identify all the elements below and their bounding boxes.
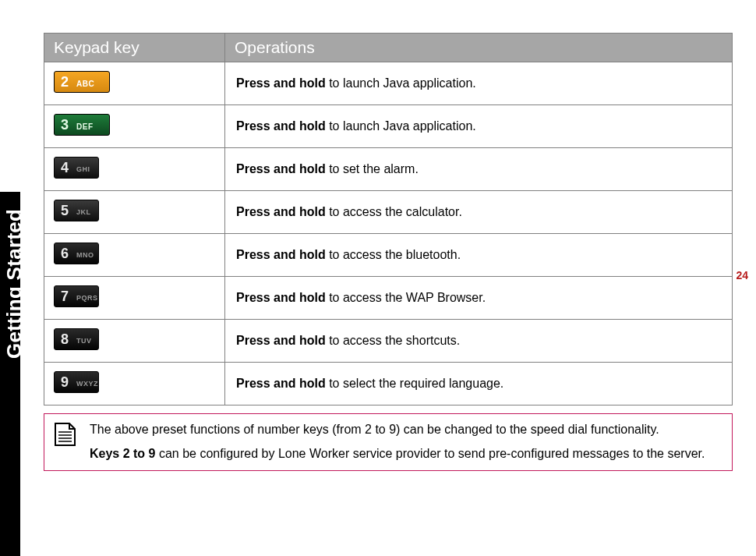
- operation-prefix: Press and hold: [236, 248, 326, 261]
- operation-prefix: Press and hold: [236, 119, 326, 133]
- keypad-key-cell: 6MNO: [44, 234, 225, 277]
- note-icon-cell: [44, 414, 87, 470]
- sidebar-section-label: Getting Started: [2, 209, 26, 359]
- key-letters: PQRS: [76, 294, 98, 302]
- operation-prefix: Press and hold: [236, 205, 326, 218]
- operation-cell: Press and hold to set the alarm.: [225, 148, 733, 191]
- table-row: 9WXYZPress and hold to select the requir…: [44, 363, 733, 405]
- operation-prefix: Press and hold: [236, 377, 326, 390]
- key-letters: DEF: [76, 122, 94, 131]
- keypad-key-icon: 4GHI: [54, 157, 99, 179]
- keypad-key-icon: 6MNO: [54, 243, 99, 264]
- operation-rest: to launch Java application.: [326, 119, 476, 133]
- key-letters: ABC: [76, 80, 94, 88]
- table-header-row: Keypad key Operations: [44, 34, 733, 62]
- key-letters: WXYZ: [76, 380, 98, 388]
- operation-cell: Press and hold to access the WAP Browser…: [225, 277, 733, 320]
- keypad-key-icon: 3DEF: [54, 114, 110, 136]
- table-row: 2ABCPress and hold to launch Java applic…: [44, 62, 733, 105]
- operation-rest: to access the calculator.: [326, 205, 462, 218]
- operation-rest: to select the required language.: [326, 377, 504, 390]
- key-number: 8: [61, 331, 69, 348]
- note-line-2-rest: can be configured by Lone Worker service…: [155, 447, 705, 460]
- operation-cell: Press and hold to select the required la…: [225, 363, 733, 405]
- table-row: 5JKLPress and hold to access the calcula…: [44, 191, 733, 234]
- keypad-key-cell: 4GHI: [44, 148, 225, 191]
- table-row: 8TUVPress and hold to access the shortcu…: [44, 320, 733, 363]
- operation-rest: to access the bluetooth.: [326, 248, 461, 261]
- table-row: 6MNOPress and hold to access the bluetoo…: [44, 234, 733, 277]
- operation-prefix: Press and hold: [236, 334, 326, 347]
- keypad-key-icon: 8TUV: [54, 328, 99, 350]
- operation-cell: Press and hold to access the bluetooth.: [225, 234, 733, 277]
- key-number: 3: [61, 117, 69, 133]
- operation-prefix: Press and hold: [236, 76, 326, 90]
- key-number: 4: [61, 160, 69, 176]
- operation-rest: to launch Java application.: [326, 76, 476, 90]
- page-number: 24: [736, 269, 748, 282]
- page: Getting Started 24 Keypad key Operations…: [0, 0, 756, 556]
- keypad-key-icon: 7PQRS: [54, 285, 99, 307]
- table-row: 3DEFPress and hold to launch Java applic…: [44, 105, 733, 148]
- key-letters: JKL: [76, 208, 91, 216]
- operation-rest: to access the shortcuts.: [326, 334, 461, 347]
- keypad-key-icon: 5JKL: [54, 200, 99, 221]
- key-number: 7: [61, 289, 69, 305]
- content-area: Keypad key Operations 2ABCPress and hold…: [44, 33, 733, 471]
- note-line-2: Keys 2 to 9 can be configured by Lone Wo…: [90, 446, 722, 462]
- keypad-key-cell: 2ABC: [44, 62, 225, 105]
- operation-rest: to set the alarm.: [326, 162, 419, 175]
- operation-cell: Press and hold to launch Java applicatio…: [225, 62, 733, 105]
- note-line-1: The above preset functions of number key…: [90, 422, 722, 438]
- key-number: 5: [61, 203, 69, 219]
- key-number: 9: [61, 374, 69, 391]
- keypad-key-cell: 8TUV: [44, 320, 225, 363]
- keypad-key-icon: 2ABC: [54, 71, 110, 93]
- note-line-2-bold: Keys 2 to 9: [90, 447, 155, 460]
- keypad-key-cell: 3DEF: [44, 105, 225, 148]
- key-letters: MNO: [76, 251, 94, 259]
- header-operations: Operations: [225, 34, 733, 62]
- note-document-icon: [52, 422, 79, 447]
- key-number: 2: [61, 74, 69, 90]
- keypad-key-cell: 7PQRS: [44, 277, 225, 320]
- table-row: 4GHIPress and hold to set the alarm.: [44, 148, 733, 191]
- operation-cell: Press and hold to access the calculator.: [225, 191, 733, 234]
- note-box: The above preset functions of number key…: [44, 413, 733, 471]
- keypad-key-icon: 9WXYZ: [54, 371, 99, 393]
- key-letters: TUV: [76, 337, 92, 345]
- key-letters: GHI: [76, 165, 90, 173]
- key-number: 6: [61, 246, 69, 262]
- note-text: The above preset functions of number key…: [87, 414, 732, 470]
- operation-rest: to access the WAP Browser.: [326, 291, 486, 304]
- keypad-table: Keypad key Operations 2ABCPress and hold…: [44, 33, 733, 405]
- operation-cell: Press and hold to launch Java applicatio…: [225, 105, 733, 148]
- operation-cell: Press and hold to access the shortcuts.: [225, 320, 733, 363]
- header-keypad-key: Keypad key: [44, 34, 225, 62]
- operation-prefix: Press and hold: [236, 162, 326, 175]
- table-row: 7PQRSPress and hold to access the WAP Br…: [44, 277, 733, 320]
- keypad-key-cell: 5JKL: [44, 191, 225, 234]
- keypad-key-cell: 9WXYZ: [44, 363, 225, 405]
- operation-prefix: Press and hold: [236, 291, 326, 304]
